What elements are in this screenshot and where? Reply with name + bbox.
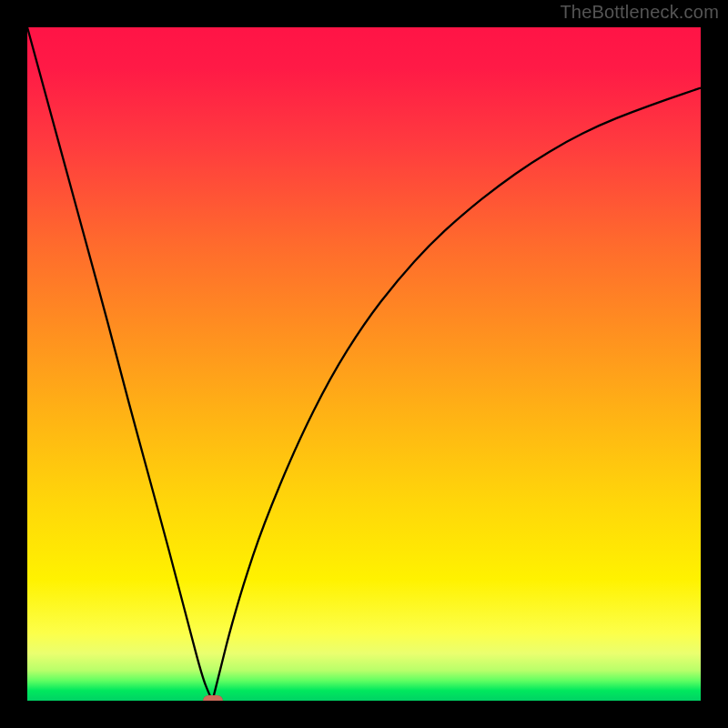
min-marker [203,695,223,701]
watermark-text: TheBottleneck.com [560,2,719,23]
chart-frame: TheBottleneck.com [0,0,728,728]
curve-path [27,27,701,701]
bottleneck-curve [27,27,701,701]
plot-area [27,27,701,701]
